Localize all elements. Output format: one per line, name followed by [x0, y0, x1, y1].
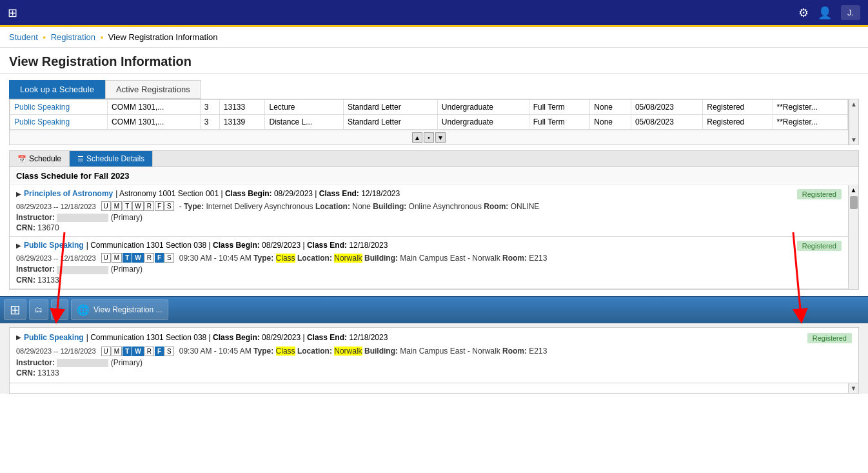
zoom-course-detail: | Communication 1301 Section 038 | Class…	[86, 333, 388, 342]
astronomy-date-range: 08/29/2023 -- 12/18/2023	[16, 203, 96, 210]
page-up-btn[interactable]: ▲	[412, 132, 422, 143]
schedule-main: ▶ Principles of Astronomy | Astronomy 10…	[10, 185, 848, 289]
instructor-name-2	[57, 266, 108, 274]
file-explorer-button[interactable]: 🗂	[29, 299, 48, 320]
zoom-day-R: R	[144, 347, 154, 356]
astronomy-instructor: Instructor: (Primary)	[16, 213, 842, 222]
registration-table: Public Speaking COMM 1301,... 3 13133 Le…	[10, 99, 848, 130]
table-scrollbar[interactable]: ▲ ▼	[849, 99, 859, 145]
status2-1: **Register...	[773, 100, 848, 115]
zoom-crn-label: CRN:	[16, 368, 35, 377]
zoom-status-badge: Registered	[807, 333, 852, 343]
scroll-down[interactable]: ▼	[849, 135, 858, 145]
schedule-section: 📅 Schedule ☰ Schedule Details Class Sche…	[9, 150, 859, 290]
astronomy-detail: | Astronomy 1001 Section 001 | Class Beg…	[115, 189, 400, 198]
course-arrow-2[interactable]: ▶	[16, 242, 21, 249]
course-link-2[interactable]: Public Speaking	[14, 117, 70, 126]
chrome-button[interactable]: 🌐 View Registration ...	[71, 299, 168, 320]
day-U: U	[101, 201, 111, 211]
attr-2: None	[590, 115, 631, 130]
chrome-label: View Registration ...	[94, 305, 163, 314]
zoom-course-link[interactable]: Public Speaking	[24, 333, 84, 342]
course-header-left-2: ▶ Public Speaking | Communication 1301 S…	[16, 241, 388, 250]
pagination-row: ▲ • ▼	[10, 130, 848, 145]
instructor-label-1: Instructor:	[16, 213, 55, 222]
ie-button[interactable]: ℯ	[51, 299, 68, 320]
crn-label-1: CRN:	[16, 223, 35, 232]
schedule-tab-label: Schedule	[29, 154, 61, 163]
tab-schedule[interactable]: 📅 Schedule	[10, 151, 70, 166]
zoom-scrollbar[interactable]: ▼	[848, 383, 858, 393]
tab-active-registrations[interactable]: Active Registrations	[105, 80, 201, 99]
zoom-arrow[interactable]: ▶	[16, 334, 21, 341]
sched-scroll-up[interactable]: ▲	[849, 185, 858, 195]
type-1: Lecture	[265, 100, 343, 115]
table-row: Public Speaking COMM 1301,... 3 13133 Le…	[10, 100, 848, 115]
astronomy-link[interactable]: Principles of Astronomy	[24, 189, 113, 198]
course-arrow-1[interactable]: ▶	[16, 190, 21, 197]
date-2: 05/08/2023	[631, 115, 702, 130]
status-1: Registered	[703, 100, 773, 115]
public-speaking-link[interactable]: Public Speaking	[24, 241, 84, 250]
astronomy-crn: CRN: 13670	[16, 223, 842, 232]
page-dot: •	[424, 132, 434, 143]
start-button[interactable]: ⊞	[4, 299, 26, 320]
top-navbar: ⊞ ⚙ 👤 J.	[0, 0, 868, 27]
top-bar-left: ⊞	[8, 6, 17, 20]
registration-table-outer: Public Speaking COMM 1301,... 3 13133 Le…	[9, 99, 859, 145]
zoom-dates-row: 08/29/2023 -- 12/18/2023 U M T W R F S 0…	[16, 347, 852, 356]
page-down-btn[interactable]: ▼	[435, 132, 446, 143]
day-R: R	[144, 201, 154, 211]
user-name[interactable]: J.	[841, 5, 860, 20]
course-entry-2: ▶ Public Speaking | Communication 1301 S…	[10, 237, 848, 288]
level-1: Undergraduate	[437, 100, 529, 115]
day-W: W	[132, 201, 143, 211]
scroll-up[interactable]: ▲	[849, 99, 858, 109]
day-S: S	[164, 201, 174, 211]
zoom-section: ▶ Public Speaking | Communication 1301 S…	[9, 327, 859, 383]
public-speaking-instructor: Instructor: (Primary)	[16, 265, 842, 274]
public-speaking-crn: CRN: 13133	[16, 276, 842, 285]
user-icon[interactable]: 👤	[818, 6, 832, 20]
schedule-scrollbar[interactable]: ▲	[848, 185, 858, 289]
public-speaking-time: 09:30 AM - 10:45 AM Type: Class Location…	[179, 254, 547, 263]
folder-icon: 🗂	[35, 305, 43, 314]
zoom-scroll-bottom: ▼	[9, 383, 859, 394]
course-code-2: COMM 1301,...	[107, 115, 200, 130]
zoom-scroll-down[interactable]: ▼	[849, 383, 858, 393]
settings-icon[interactable]: ⚙	[798, 6, 809, 20]
tab-lookup[interactable]: Look up a Schedule	[9, 80, 105, 99]
schedule-tabs: 📅 Schedule ☰ Schedule Details	[10, 151, 858, 167]
astronomy-type: - Type: Internet Delivery Asynchronous L…	[179, 202, 540, 211]
zoom-header-left: ▶ Public Speaking | Communication 1301 S…	[16, 333, 388, 342]
chrome-icon: 🌐	[77, 304, 90, 316]
course-header-left-1: ▶ Principles of Astronomy | Astronomy 10…	[16, 189, 400, 198]
grid-icon[interactable]: ⊞	[8, 6, 17, 20]
breadcrumb: Student • Registration • View Registrati…	[0, 27, 868, 48]
main-content: Look up a Schedule Active Registrations …	[0, 74, 868, 296]
astronomy-status: Registered	[797, 189, 842, 199]
zoom-instructor: Instructor: (Primary)	[16, 358, 852, 367]
ps-day-F: F	[155, 253, 164, 263]
page-title: View Registration Information	[0, 48, 868, 74]
course-link-1[interactable]: Public Speaking	[14, 103, 70, 112]
zoom-section-wrapper: ▶ Public Speaking | Communication 1301 S…	[0, 323, 868, 394]
table-body: Public Speaking COMM 1301,... 3 13133 Le…	[10, 100, 848, 130]
grading-1: Standard Letter	[343, 100, 437, 115]
schedule-outer: ▶ Principles of Astronomy | Astronomy 10…	[10, 185, 858, 289]
breadcrumb-student[interactable]: Student	[9, 32, 38, 42]
zoom-day-M: M	[112, 347, 122, 356]
calendar-icon: 📅	[17, 155, 26, 163]
breadcrumb-current: View Registration Information	[108, 32, 218, 42]
sched-scroll-thumb[interactable]	[850, 196, 858, 209]
type-2: Distance L...	[265, 115, 343, 130]
term-2: Full Term	[529, 115, 590, 130]
astronomy-day-boxes: U M T W R F S	[101, 201, 174, 211]
tab-schedule-details[interactable]: ☰ Schedule Details	[70, 151, 153, 166]
status2-2: **Register...	[773, 115, 848, 130]
crn-1: 13133	[219, 100, 265, 115]
ps-day-R: R	[144, 253, 154, 263]
course-header-1: ▶ Principles of Astronomy | Astronomy 10…	[16, 189, 842, 199]
course-header-2: ▶ Public Speaking | Communication 1301 S…	[16, 241, 842, 251]
breadcrumb-registration[interactable]: Registration	[51, 32, 95, 42]
